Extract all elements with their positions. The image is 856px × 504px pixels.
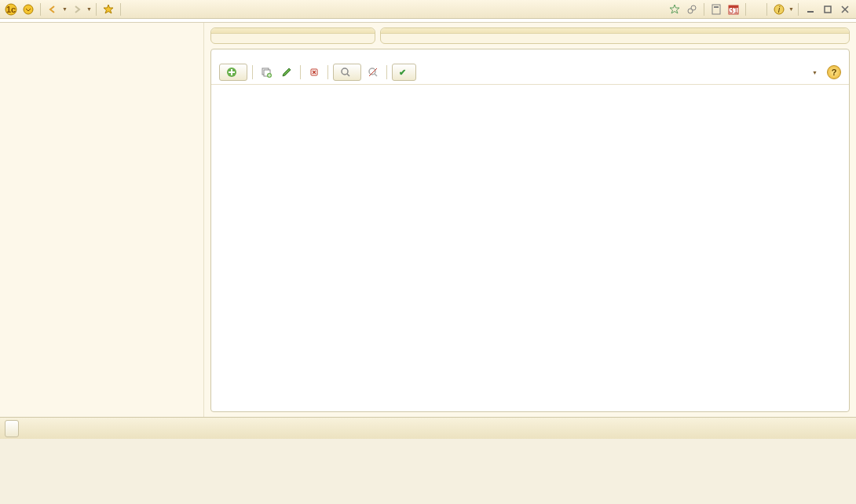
- history-button[interactable]: [5, 420, 19, 437]
- svg-text:1c: 1c: [6, 5, 16, 14]
- close-icon[interactable]: [837, 2, 853, 17]
- panel-reports: [380, 27, 850, 44]
- data-grid[interactable]: [211, 85, 849, 411]
- body: ✔ ▼ ?: [0, 23, 856, 417]
- nav-back-menu[interactable]: ▼: [62, 6, 68, 12]
- minimize-icon[interactable]: [803, 2, 818, 17]
- page-title: [211, 49, 849, 60]
- svg-point-19: [342, 68, 348, 75]
- app-logo-icon[interactable]: 1c: [3, 2, 19, 17]
- search-icon: [340, 67, 351, 78]
- plus-icon: [226, 67, 237, 78]
- panel-service: [210, 27, 375, 44]
- titlebar-left: 1c ▼ ▼: [3, 2, 130, 17]
- info-menu[interactable]: ▼: [788, 6, 794, 12]
- help-icon[interactable]: ?: [827, 65, 841, 79]
- check-icon: ✔: [399, 68, 406, 78]
- footer-bar: [0, 417, 856, 439]
- svg-rect-6: [714, 6, 719, 8]
- calendar-icon[interactable]: 31: [726, 2, 741, 17]
- page-toolbar: ✔ ▼ ?: [211, 60, 849, 85]
- use-main-button[interactable]: ✔: [392, 64, 416, 81]
- info-icon[interactable]: i: [771, 2, 787, 17]
- link-icon[interactable]: [684, 2, 700, 17]
- nav-forward-icon[interactable]: [69, 2, 85, 17]
- right-column: ✔ ▼ ?: [204, 23, 856, 417]
- titlebar-right: 31 i ▼: [667, 2, 853, 17]
- panel-reports-title: [381, 28, 849, 34]
- create-button[interactable]: [219, 64, 247, 81]
- all-actions-button[interactable]: ▼: [803, 64, 824, 81]
- dropdown-icon[interactable]: [20, 2, 36, 17]
- panels-row: [210, 27, 850, 44]
- maximize-icon[interactable]: [820, 2, 836, 17]
- svg-point-2: [24, 5, 33, 14]
- nav-forward-menu[interactable]: ▼: [86, 6, 92, 12]
- favorite-star-icon[interactable]: [101, 2, 116, 17]
- copy-icon[interactable]: [258, 64, 275, 81]
- sidebar: [0, 23, 204, 417]
- fav-add-icon[interactable]: [667, 2, 682, 17]
- svg-point-4: [691, 5, 696, 10]
- titlebar: 1c ▼ ▼ 31 i ▼: [0, 0, 856, 19]
- find-button[interactable]: [333, 64, 361, 81]
- nav-back-icon[interactable]: [45, 2, 60, 17]
- svg-rect-5: [712, 5, 720, 14]
- calc-icon[interactable]: [708, 2, 724, 17]
- panel-service-title: [211, 28, 375, 34]
- edit-icon[interactable]: [278, 64, 295, 81]
- delete-icon[interactable]: [305, 64, 323, 81]
- content-page: ✔ ▼ ?: [210, 49, 850, 412]
- chevron-down-icon: ▼: [812, 70, 818, 75]
- svg-text:31: 31: [729, 5, 738, 15]
- clear-search-icon[interactable]: [364, 64, 382, 81]
- svg-line-22: [375, 74, 377, 76]
- svg-line-20: [347, 74, 349, 76]
- svg-point-21: [369, 68, 375, 75]
- svg-rect-13: [825, 6, 831, 13]
